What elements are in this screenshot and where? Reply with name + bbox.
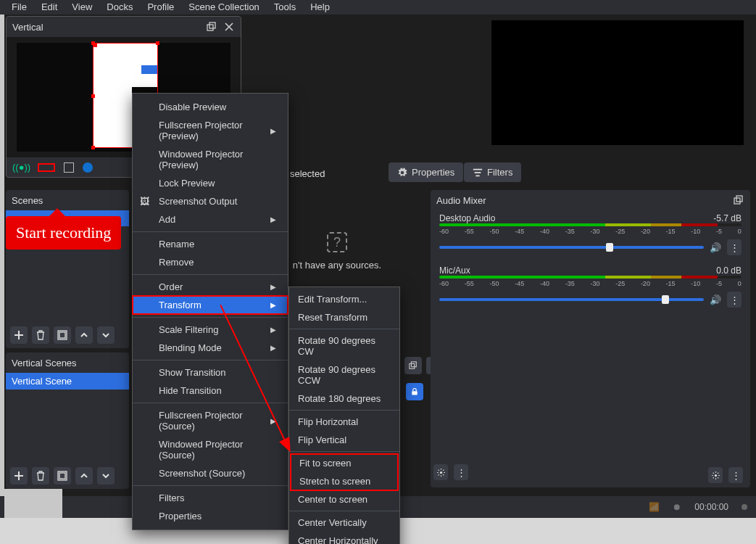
svg-rect-5 [410, 363, 415, 368]
speaker-icon[interactable]: 🔊 [710, 242, 721, 253]
vscene-filters-button[interactable] [54, 467, 71, 485]
lock-icon [410, 387, 419, 396]
menu-scene-collection[interactable]: Scene Collection [183, 1, 265, 13]
gear-icon [711, 471, 720, 480]
plus-icon [14, 471, 24, 481]
svg-rect-13 [736, 196, 742, 202]
sub-rotate-90-ccw[interactable]: Rotate 90 degrees CCW [289, 360, 399, 390]
vertical-scenes-panel: Vertical Scenes Vertical Scene [6, 353, 129, 489]
audio-settings-button[interactable] [708, 467, 723, 483]
record-button[interactable] [38, 163, 55, 172]
volume-slider[interactable] [439, 246, 704, 249]
ctx-transform[interactable]: Transform▶ [133, 296, 288, 314]
menu-view[interactable]: View [66, 1, 98, 13]
ctx-screenshot-source[interactable]: Screenshot (Source) [133, 464, 288, 482]
sources-empty-state: ? n't have any sources. [290, 232, 384, 271]
svg-rect-6 [411, 362, 416, 367]
svg-rect-0 [207, 25, 213, 30]
stop-button[interactable] [64, 162, 74, 173]
volume-slider[interactable] [439, 298, 704, 301]
chevron-down-icon [101, 331, 110, 339]
ctx-fullscreen-source[interactable]: Fullscreen Projector (Source)▶ [133, 406, 288, 435]
move-scene-up-button[interactable] [75, 326, 93, 344]
record-status-icon: ⏺ [673, 502, 681, 512]
remove-vscene-button[interactable] [32, 467, 49, 485]
channel-name: Mic/Aux [439, 265, 470, 276]
lock-button[interactable] [406, 383, 423, 400]
vertical-title: Vertical [12, 22, 43, 33]
popout-icon[interactable] [206, 21, 217, 33]
sub-stretch-to-screen[interactable]: Stretch to screen [291, 472, 398, 490]
menu-file[interactable]: File [6, 1, 33, 13]
move-vscene-down-button[interactable] [97, 467, 115, 485]
properties-button[interactable]: Properties [389, 162, 463, 182]
menu-tools[interactable]: Tools [268, 1, 302, 13]
ctx-windowed-preview[interactable]: Windowed Projector (Preview) [133, 145, 288, 174]
network-icon: 📶 [649, 502, 660, 512]
channel-menu-button[interactable]: ⋮ [727, 239, 742, 255]
vertical-scene-row[interactable]: Vertical Scene [6, 373, 129, 390]
sub-fit-to-screen[interactable]: Fit to screen [291, 454, 398, 472]
sources-settings-button[interactable] [433, 464, 448, 480]
ctx-blending-mode[interactable]: Blending Mode▶ [133, 339, 288, 357]
sub-flip-vertical[interactable]: Flip Vertical [289, 431, 399, 449]
ctx-windowed-source[interactable]: Windowed Projector (Source) [133, 435, 288, 464]
audio-menu-button[interactable]: ⋮ [728, 467, 743, 483]
program-preview[interactable] [491, 20, 744, 145]
audio-meter [439, 276, 742, 279]
trash-icon [36, 330, 45, 340]
menu-bar: File Edit View Docks Profile Scene Colle… [0, 0, 756, 15]
ctx-lock-preview[interactable]: Lock Preview [133, 174, 288, 192]
add-scene-button[interactable] [10, 326, 28, 344]
sub-center-vertically[interactable]: Center Vertically [289, 514, 399, 532]
ctx-hide-transition[interactable]: Hide Transition [133, 382, 288, 400]
ctx-scale-filtering[interactable]: Scale Filtering▶ [133, 321, 288, 339]
filters-button[interactable]: Filters [464, 162, 521, 182]
ctx-show-transition[interactable]: Show Transition [133, 363, 288, 382]
audio-channel-mic: Mic/Aux0.0 dB -60-55-50-45-40-35-30-25-2… [431, 263, 750, 315]
sources-empty-msg: n't have any sources. [290, 260, 384, 271]
transform-submenu: Edit Transform... Reset Transform Rotate… [288, 287, 400, 544]
ctx-rename[interactable]: Rename [133, 235, 288, 253]
sub-flip-horizontal[interactable]: Flip Horizontal [289, 413, 399, 431]
screenshot-icon: 🖼 [140, 196, 149, 207]
sub-edit-transform[interactable]: Edit Transform... [289, 290, 399, 308]
menu-edit[interactable]: Edit [36, 1, 63, 13]
sub-reset-transform[interactable]: Reset Transform [289, 308, 399, 326]
add-vscene-button[interactable] [10, 467, 28, 485]
sources-menu-button[interactable]: ⋮ [454, 464, 468, 480]
ctx-filters[interactable]: Filters [133, 489, 288, 507]
scene-filters-button[interactable] [54, 326, 71, 344]
ctx-screenshot-output[interactable]: 🖼Screenshot Output [133, 192, 288, 210]
sub-rotate-90-cw[interactable]: Rotate 90 degrees CW [289, 331, 399, 360]
source-popout-icon[interactable] [404, 357, 422, 374]
virtual-cam-button[interactable] [83, 162, 93, 173]
ctx-order[interactable]: Order▶ [133, 278, 288, 296]
menu-profile[interactable]: Profile [141, 1, 180, 13]
audio-popout-icon[interactable] [733, 194, 744, 206]
ctx-disable-preview[interactable]: Disable Preview [133, 98, 288, 116]
below-window-area-2 [4, 489, 62, 518]
remove-scene-button[interactable] [32, 326, 49, 344]
svg-rect-4 [475, 175, 479, 176]
sub-center-horizontally[interactable]: Center Horizontally [289, 532, 399, 544]
ctx-fullscreen-preview[interactable]: Fullscreen Projector (Preview)▶ [133, 116, 288, 145]
ctx-remove[interactable]: Remove [133, 253, 288, 271]
move-vscene-up-button[interactable] [75, 467, 93, 485]
speaker-icon[interactable]: 🔊 [710, 294, 721, 305]
close-icon[interactable] [223, 21, 235, 33]
annotation-callout: Start recording [6, 216, 121, 250]
ctx-add[interactable]: Add▶ [133, 210, 288, 228]
menu-docks[interactable]: Docks [101, 1, 138, 13]
svg-point-14 [714, 474, 716, 476]
filters-label: Filters [487, 167, 512, 178]
stream-indicator-icon[interactable]: ((●)) [12, 162, 30, 173]
ctx-properties[interactable]: Properties [133, 507, 288, 525]
channel-menu-button[interactable]: ⋮ [727, 292, 742, 308]
move-scene-down-button[interactable] [97, 326, 115, 344]
meter-scale: -60-55-50-45-40-35-30-25-20-15-10-50 [439, 228, 742, 235]
menu-help[interactable]: Help [304, 1, 336, 13]
sub-center-to-screen[interactable]: Center to screen [289, 490, 399, 508]
sub-rotate-180[interactable]: Rotate 180 degrees [289, 390, 399, 408]
filters-icon [473, 168, 483, 178]
